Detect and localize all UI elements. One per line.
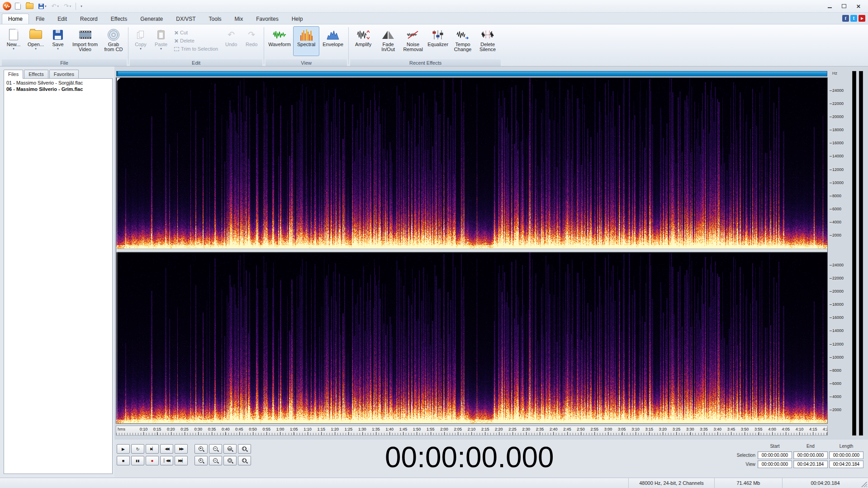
grab-from-cd-button[interactable]: Grab from CD [101, 26, 126, 56]
qat-redo-button[interactable]: ↷ ▾ [62, 2, 72, 10]
zoom-out-button[interactable]: − [209, 444, 222, 454]
sidebar-tab-effects[interactable]: Effects [24, 70, 48, 79]
zoom-vertical-in-button[interactable]: + [194, 456, 208, 465]
view-end-field[interactable]: 00:04:20.184 [793, 460, 828, 468]
sidebar-tab-files[interactable]: Files [4, 70, 23, 79]
twitter-icon[interactable]: t [850, 15, 857, 22]
save-button[interactable]: Save ▾ [47, 26, 69, 56]
import-from-video-label: Import from Video [71, 42, 100, 52]
selection-header-length: Length [829, 444, 863, 449]
spectral-view-button[interactable]: Spectral [293, 26, 319, 56]
selection-end-field[interactable]: 00:00:00.000 [793, 451, 828, 459]
magnifier-sign: − [213, 459, 217, 462]
time-ruler[interactable]: hms 0:100:150:200:250:300:350:400:450:50… [116, 426, 828, 436]
paste-button[interactable]: Paste ▾ [151, 26, 171, 56]
ribbon-tab-generate[interactable]: Generate [134, 14, 169, 24]
file-list-item[interactable]: 01 - Massimo Silverio - Sorgjâl.flac [4, 80, 112, 86]
noise-removal-button[interactable]: Noise Removal [401, 26, 425, 56]
zoom-100-button[interactable]: 100 [223, 444, 237, 454]
ribbon-tab-effects[interactable]: Effects [104, 14, 133, 24]
dropdown-icon: ▾ [45, 5, 47, 8]
record-button[interactable]: ● [146, 456, 159, 465]
ribbon-tab-file[interactable]: File [29, 14, 51, 24]
channel-splitter[interactable] [116, 249, 827, 252]
selection-length-field[interactable]: 00:00:00.000 [829, 451, 863, 459]
frequency-tick-label: 22000 [832, 101, 844, 106]
envelope-view-button[interactable]: Envelope [320, 26, 346, 56]
sidebar-tab-favorites[interactable]: Favorites [49, 70, 79, 79]
import-from-video-button[interactable]: Import from Video [69, 26, 101, 56]
minimize-button[interactable] [823, 2, 836, 11]
fast-forward-button[interactable]: ▶▶ [175, 444, 188, 454]
delete-button[interactable]: Delete [173, 38, 219, 44]
ruler-tick-label: 3:55 [754, 427, 763, 431]
open-button[interactable]: Open... ▾ [25, 26, 47, 56]
window-titlebar[interactable]: ▾ ↶ ▾ ↷ ▾ ▾ × [0, 0, 868, 13]
resize-grip[interactable] [861, 481, 867, 487]
customize-toolbar-button[interactable]: ▾ [79, 4, 84, 9]
rewind-button[interactable]: ◀◀ [160, 444, 173, 454]
zoom-in-button[interactable]: + [194, 444, 208, 454]
go-to-end-button[interactable]: ▶▶▏ [175, 456, 188, 465]
editor-column: hms 0:100:150:200:250:300:350:400:450:50… [114, 66, 868, 478]
trim-to-selection-button[interactable]: Trim to Selection [173, 46, 219, 52]
edit-small-buttons: Cut Delete Trim to Selection [171, 26, 221, 52]
overview-seek-bar[interactable] [116, 71, 827, 76]
magnifier-box [243, 447, 246, 450]
playback-cursor-head[interactable] [117, 78, 120, 81]
stop-button[interactable]: ■ [117, 456, 130, 465]
ribbon-tab-home[interactable]: Home [2, 14, 29, 24]
view-start-field[interactable]: 00:00:00.000 [758, 460, 792, 468]
ruler-tick-label: 2:40 [550, 427, 558, 431]
go-to-start-button[interactable]: ▏◀◀ [160, 456, 173, 465]
pause-button[interactable]: ▮▮ [131, 456, 144, 465]
maximize-button[interactable] [837, 2, 851, 11]
qat-open-button[interactable] [24, 2, 35, 10]
ribbon-tab-mix[interactable]: Mix [228, 14, 250, 24]
waveform-view-button[interactable]: Waveform [266, 26, 293, 56]
equalizer-button[interactable]: Equalizer [426, 26, 450, 56]
tempo-change-label: Tempo Change [452, 42, 474, 52]
loop-play-button[interactable]: ↻ [131, 444, 144, 454]
play-button[interactable]: ▶ [117, 444, 130, 454]
ribbon-tab-help[interactable]: Help [285, 14, 309, 24]
undo-button[interactable]: ↶ Undo [221, 26, 241, 56]
zoom-reset-button[interactable] [223, 456, 237, 465]
ribbon-tab-dx-vst[interactable]: DX/VST [170, 14, 202, 24]
copy-button[interactable]: Copy ▾ [131, 26, 151, 56]
qat-new-button[interactable] [14, 2, 22, 10]
ruler-tick-label: 2:50 [577, 427, 585, 431]
tempo-change-button[interactable]: Tempo Change [451, 26, 475, 56]
cut-button[interactable]: Cut [173, 29, 219, 36]
ribbon-tab-record[interactable]: Record [74, 14, 104, 24]
redo-button[interactable]: ↷ Redo [242, 26, 261, 56]
close-button[interactable]: × [852, 2, 865, 11]
zoom-vertical-out-button[interactable]: − [209, 456, 222, 465]
frequency-tick-label: 4000 [832, 394, 841, 399]
facebook-icon[interactable]: f [842, 15, 849, 22]
amplify-button[interactable]: Amplify [351, 26, 375, 56]
tempo-change-icon [456, 28, 469, 41]
fade-in-out-button[interactable]: Fade In/Out [376, 26, 400, 56]
zoom-selection-button[interactable] [238, 444, 251, 454]
ribbon-tab-tools[interactable]: Tools [203, 14, 228, 24]
view-length-field[interactable]: 00:04:20.184 [829, 460, 863, 468]
qat-save-button[interactable]: ▾ [37, 3, 48, 10]
fade-in-out-label: Fade In/Out [377, 42, 399, 52]
selection-start-field[interactable]: 00:00:00.000 [758, 451, 792, 459]
dropdown-icon: ▾ [57, 47, 59, 50]
file-list[interactable]: 01 - Massimo Silverio - Sorgjâl.flac06 -… [4, 78, 113, 474]
qat-undo-button[interactable]: ↶ ▾ [50, 2, 60, 10]
ribbon-tab-favorites[interactable]: Favorites [250, 14, 285, 24]
magnifier-sign: − [213, 447, 217, 450]
file-list-item[interactable]: 06 - Massimo Silverio - Grim.flac [4, 86, 112, 92]
zoom-all-button[interactable] [238, 456, 251, 465]
play-selection-button[interactable]: ▶▏ [146, 444, 159, 454]
delete-silence-button[interactable]: Delete Silence [475, 26, 500, 56]
new-button[interactable]: New... ▾ [3, 26, 24, 56]
youtube-icon[interactable] [859, 15, 865, 22]
spectrogram-channel-right[interactable] [116, 252, 827, 423]
ribbon-group-edit: Copy ▾ Paste ▾ Cut Delete [129, 25, 263, 66]
ribbon-tab-edit[interactable]: Edit [51, 14, 73, 24]
spectrogram-channel-left[interactable] [116, 78, 827, 249]
